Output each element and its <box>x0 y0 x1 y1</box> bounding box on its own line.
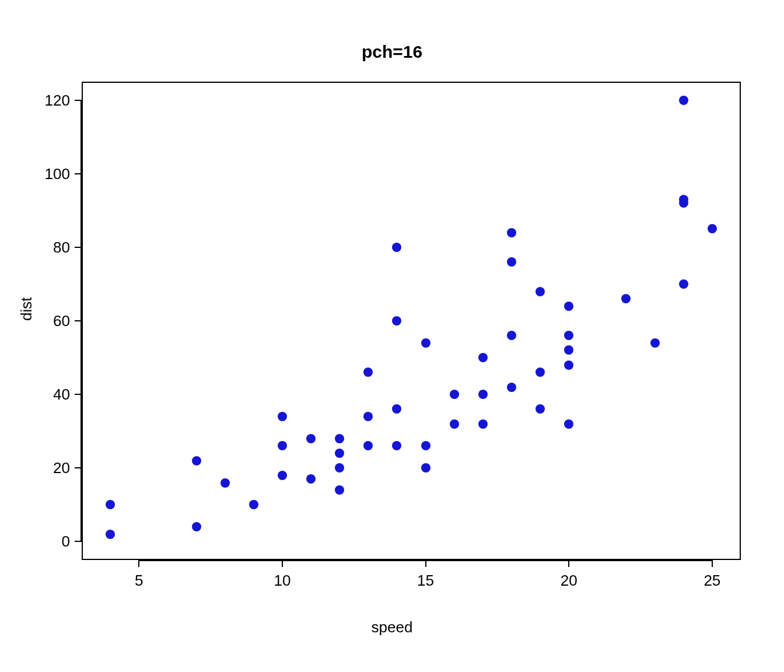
x-tick <box>138 560 139 567</box>
data-point <box>278 412 287 421</box>
data-point <box>421 441 430 450</box>
data-point <box>335 485 344 495</box>
data-point <box>450 419 459 429</box>
data-point <box>507 228 516 237</box>
data-point <box>192 456 201 466</box>
y-axis-label: dist <box>18 298 36 321</box>
data-point <box>536 368 545 377</box>
data-point <box>192 522 201 531</box>
data-point <box>564 345 573 355</box>
data-point <box>392 404 401 414</box>
x-axis-label: speed <box>0 618 784 636</box>
data-point <box>478 419 488 429</box>
data-point <box>478 390 488 399</box>
y-tick <box>75 100 82 101</box>
data-point <box>306 434 316 443</box>
data-point <box>450 390 459 399</box>
y-tick <box>75 541 82 542</box>
y-tick <box>75 247 82 248</box>
data-point <box>507 257 516 267</box>
data-point <box>363 412 373 421</box>
chart-container: pch=16 dist speed 5101520250204060801001… <box>0 0 784 672</box>
data-point <box>679 195 688 204</box>
y-tick-label: 80 <box>41 238 70 256</box>
data-point <box>392 243 401 252</box>
data-point <box>421 463 430 473</box>
x-tick <box>568 560 569 567</box>
y-tick-label: 60 <box>41 312 70 330</box>
data-point <box>564 302 573 311</box>
y-tick <box>75 467 82 468</box>
data-point <box>507 383 516 392</box>
data-point <box>278 471 287 480</box>
data-point <box>306 474 316 484</box>
y-tick-label: 20 <box>41 459 70 477</box>
data-point <box>249 500 258 509</box>
data-point <box>106 530 115 539</box>
data-point <box>335 434 344 443</box>
y-tick <box>75 320 82 321</box>
data-point <box>335 449 344 458</box>
data-point <box>708 224 717 233</box>
data-point <box>507 331 516 340</box>
data-point <box>478 353 488 362</box>
data-point <box>564 360 573 370</box>
data-point <box>536 404 545 414</box>
y-tick <box>75 394 82 395</box>
data-point <box>363 368 373 377</box>
data-point <box>564 331 573 340</box>
x-tick-label: 15 <box>417 572 434 590</box>
x-tick-label: 20 <box>561 572 578 590</box>
data-point <box>392 316 401 326</box>
x-tick <box>282 560 283 567</box>
y-tick-label: 0 <box>41 533 70 551</box>
data-point <box>679 279 688 289</box>
x-tick <box>712 560 713 567</box>
chart-title: pch=16 <box>0 42 784 62</box>
data-point <box>650 338 660 348</box>
data-point <box>335 463 344 473</box>
data-point <box>564 419 573 429</box>
data-point <box>536 287 545 296</box>
y-tick-label: 120 <box>41 91 70 109</box>
data-point <box>106 500 115 509</box>
data-point <box>392 441 401 450</box>
data-point <box>220 478 230 488</box>
y-tick-label: 100 <box>41 164 70 183</box>
data-point <box>621 294 631 303</box>
x-tick-label: 10 <box>274 572 290 590</box>
data-point <box>363 441 373 450</box>
x-tick-label: 5 <box>135 572 143 590</box>
x-tick-label: 25 <box>704 572 720 590</box>
data-point <box>278 441 287 450</box>
data-point <box>679 96 688 105</box>
y-tick <box>75 173 82 174</box>
y-tick-label: 40 <box>41 386 70 404</box>
plot-frame <box>82 82 741 560</box>
data-point <box>421 338 430 348</box>
x-tick <box>425 560 426 567</box>
